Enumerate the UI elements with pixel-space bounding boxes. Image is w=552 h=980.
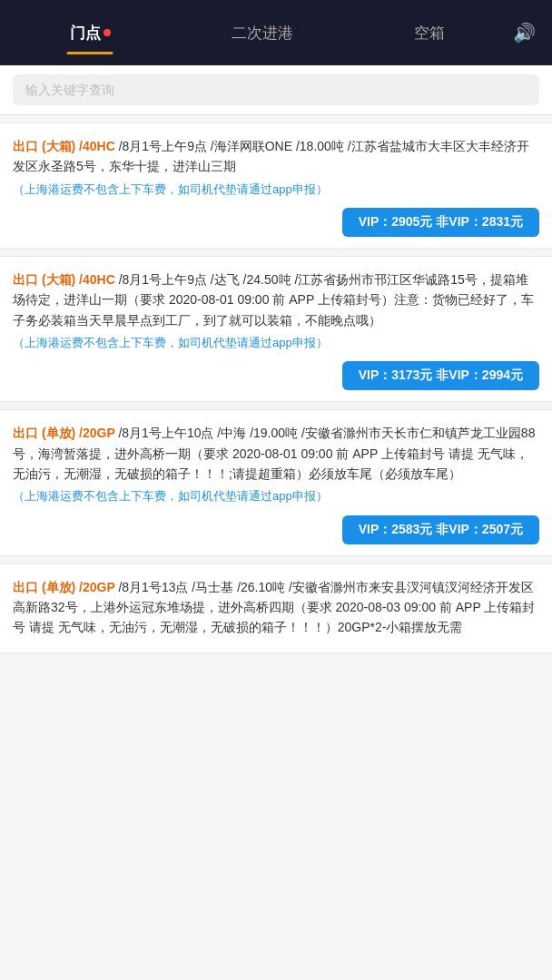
search-input[interactable] — [13, 74, 539, 105]
card-title: 出口 (单放) /20GP /8月1号上午10点 /中海 /19.00吨 /安徽… — [13, 423, 539, 484]
card-type: 出口 (单放) /20GP — [13, 426, 118, 440]
tab-erjinjin[interactable]: 二次进港 — [213, 15, 311, 51]
card-title: 出口 (单放) /20GP /8月1号13点 /马士基 /26.10吨 /安徽省… — [13, 577, 539, 638]
tab-mendian[interactable]: 门点 — [52, 15, 129, 51]
price-badge: VIP：2905元 非VIP：2831元 — [342, 208, 539, 237]
tab-mendian-label: 门点 — [70, 24, 101, 42]
card-note: （上海港运费不包含上下车费，如司机代垫请通过app申报） — [13, 487, 539, 505]
tab-bar: 门点 二次进港 空箱 — [9, 15, 506, 51]
card-type: 出口 (单放) /20GP — [13, 580, 118, 594]
price-row: VIP：2583元 非VIP：2507元 — [13, 515, 539, 544]
card-note: （上海港运费不包含上下车费，如司机代垫请通过app申报） — [13, 334, 539, 352]
price-row: VIP：2905元 非VIP：2831元 — [13, 208, 539, 237]
list-item: 出口 (大箱) /40HC /8月1号上午9点 /海洋网联ONE /18.00吨… — [0, 122, 552, 249]
card-list: 出口 (大箱) /40HC /8月1号上午9点 /海洋网联ONE /18.00吨… — [0, 122, 552, 653]
speaker-icon[interactable]: 🔊 — [506, 15, 543, 51]
price-badge: VIP：2583元 非VIP：2507元 — [342, 515, 539, 544]
header: 门点 二次进港 空箱 🔊 — [0, 0, 552, 65]
tab-kongxiang-label: 空箱 — [414, 24, 445, 42]
price-badge: VIP：3173元 非VIP：2994元 — [342, 361, 539, 390]
price-row: VIP：3173元 非VIP：2994元 — [13, 361, 539, 390]
list-item: 出口 (大箱) /40HC /8月1号上午9点 /达飞 /24.50吨 /江苏省… — [0, 256, 552, 402]
search-bar — [0, 65, 552, 115]
list-item: 出口 (单放) /20GP /8月1号13点 /马士基 /26.10吨 /安徽省… — [0, 564, 552, 653]
tab-dot — [104, 29, 111, 36]
tab-erjinjin-label: 二次进港 — [232, 24, 293, 42]
card-title: 出口 (大箱) /40HC /8月1号上午9点 /达飞 /24.50吨 /江苏省… — [13, 270, 539, 330]
tab-kongxiang[interactable]: 空箱 — [396, 15, 463, 51]
card-type: 出口 (大箱) /40HC — [13, 139, 119, 153]
list-item: 出口 (单放) /20GP /8月1号上午10点 /中海 /19.00吨 /安徽… — [0, 409, 552, 555]
card-type: 出口 (大箱) /40HC — [13, 272, 119, 287]
card-note: （上海港运费不包含上下车费，如司机代垫请通过app申报） — [13, 181, 539, 199]
card-title: 出口 (大箱) /40HC /8月1号上午9点 /海洋网联ONE /18.00吨… — [13, 136, 539, 177]
